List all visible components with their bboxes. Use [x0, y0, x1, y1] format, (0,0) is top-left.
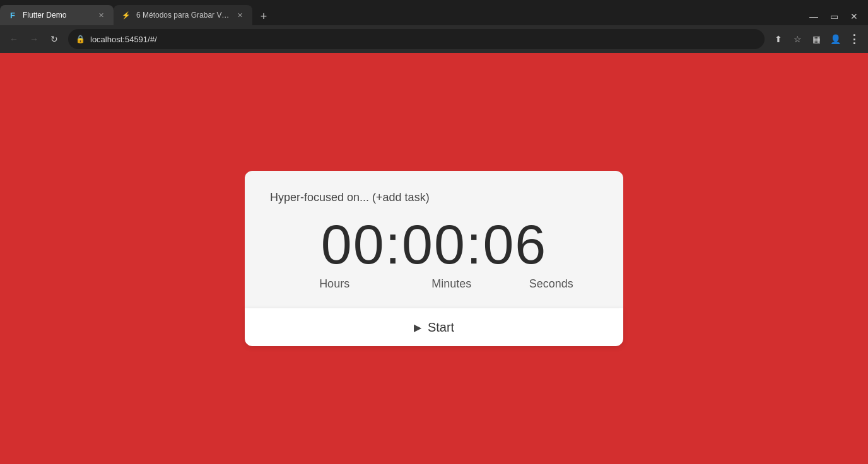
hours-label: Hours [270, 277, 399, 291]
browser-content: Hyper-focused on... (+add task) 00:00:06… [0, 53, 868, 464]
close-button[interactable]: ✕ [845, 8, 863, 25]
share-button[interactable]: ⬆ [770, 30, 787, 48]
play-icon: ▶ [414, 322, 421, 334]
maximize-button[interactable]: ▭ [825, 8, 843, 25]
tab-video-favicon: ⚡ [121, 10, 131, 20]
task-label[interactable]: Hyper-focused on... (+add task) [270, 191, 430, 204]
address-bar-actions: ⬆ ☆ ▦ 👤 ⋮ [770, 30, 863, 48]
timer-card: Hyper-focused on... (+add task) 00:00:06… [245, 171, 623, 308]
lock-icon: 🔒 [76, 35, 85, 44]
start-label: Start [428, 320, 454, 335]
menu-button[interactable]: ⋮ [845, 30, 863, 48]
url-text: localhost:54591/#/ [90, 35, 757, 44]
back-button[interactable]: ← [5, 30, 23, 48]
tab-video[interactable]: ⚡ 6 Métodos para Grabar Video W... ✕ [114, 5, 252, 25]
sidebar-button[interactable]: ▦ [807, 30, 825, 48]
start-button[interactable]: ▶ Start [245, 308, 623, 346]
tab-video-close[interactable]: ✕ [235, 10, 245, 20]
window-controls: — ▭ ✕ [805, 8, 868, 25]
tab-bar: F Flutter Demo ✕ ⚡ 6 Métodos para Grabar… [0, 0, 868, 25]
bookmark-button[interactable]: ☆ [789, 30, 806, 48]
tab-flutter[interactable]: F Flutter Demo ✕ [0, 5, 114, 25]
timer-display: 00:00:06 [321, 217, 548, 272]
tab-flutter-title: Flutter Demo [23, 11, 91, 20]
tab-video-title: 6 Métodos para Grabar Video W... [136, 11, 230, 20]
address-bar-row: ← → ↻ 🔒 localhost:54591/#/ ⬆ ☆ ▦ 👤 ⋮ [0, 25, 868, 53]
reload-button[interactable]: ↻ [45, 30, 63, 48]
seconds-label: Seconds [504, 277, 598, 291]
minutes-label: Minutes [399, 277, 504, 291]
forward-button[interactable]: → [25, 30, 43, 48]
tab-flutter-favicon: F [8, 10, 18, 20]
timer-card-wrapper: Hyper-focused on... (+add task) 00:00:06… [245, 171, 623, 346]
tab-flutter-close[interactable]: ✕ [96, 10, 106, 20]
account-button[interactable]: 👤 [826, 30, 844, 48]
address-bar[interactable]: 🔒 localhost:54591/#/ [68, 29, 765, 49]
timer-labels: Hours Minutes Seconds [270, 277, 598, 291]
minimize-button[interactable]: — [805, 8, 823, 25]
new-tab-button[interactable]: + [255, 8, 273, 25]
browser-chrome: F Flutter Demo ✕ ⚡ 6 Métodos para Grabar… [0, 0, 868, 53]
